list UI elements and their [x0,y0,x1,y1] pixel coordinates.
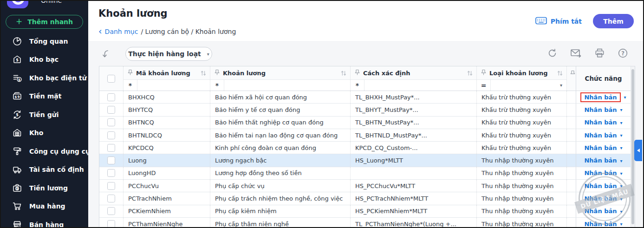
row-checkbox[interactable] [107,182,115,190]
print-icon[interactable] [594,48,605,59]
sidebar-item-overview[interactable]: Tổng quan [1,32,88,51]
row-action-duplicate[interactable]: Nhân bản▾ [576,104,631,116]
breadcrumb-link-danh-muc[interactable]: Danh mục [105,28,138,35]
pin-icon[interactable] [127,69,133,78]
row-checkbox[interactable] [107,144,115,152]
sidebar: Online + Thêm nhanh Tổng quan$Kho bạc$Kh… [1,1,88,227]
sidebar-item-tools[interactable]: Công cụ dụng cụ [1,142,88,161]
row-checkbox[interactable] [107,106,115,114]
sidebar-item-treasury[interactable]: $Kho bạc [1,51,88,69]
warehouse-icon [12,128,22,138]
chevron-down-icon[interactable]: ▾ [624,95,626,100]
cell-name: Phụ cấp kiêm nhiệm [210,205,351,217]
back-chevron-icon[interactable]: ‹ [98,28,102,34]
duplicate-link[interactable]: Nhân bản [584,169,617,176]
select-all-checkbox[interactable] [107,75,115,83]
move-down-icon[interactable] [100,48,111,61]
row-action-duplicate[interactable]: Nhân bản▾ [576,167,631,179]
chevron-down-icon[interactable]: ▾ [620,209,623,214]
row-checkbox[interactable] [107,118,115,126]
cell-formula: TL_BHYT_MustPay*... [351,104,477,116]
pin-icon[interactable] [214,69,220,78]
sidebar-item-payroll[interactable]: $Tiền lương [1,179,88,197]
chevron-down-icon[interactable]: ▾ [620,221,623,227]
duplicate-link[interactable]: Nhân bản [584,182,617,189]
chevron-down-icon[interactable]: ▾ [620,120,623,125]
duplicate-link[interactable]: Nhân bản [584,144,617,151]
batch-actions-dropdown[interactable]: Thực hiện hàng loạt ▾ [125,47,212,61]
row-action-duplicate[interactable]: Nhân bản▾ [576,129,631,141]
pin-icon[interactable] [481,69,487,78]
column-header-formula[interactable]: Cách xác định [351,66,477,80]
row-checkbox[interactable] [107,131,115,139]
app-window: Online + Thêm nhanh Tổng quan$Kho bạc$Kh… [0,0,644,228]
row-action-duplicate[interactable]: Nhân bản▾ [576,180,631,192]
chevron-down-icon[interactable]: ▾ [620,171,623,176]
row-action-duplicate[interactable]: Nhân bản▾ [576,91,631,103]
duplicate-link[interactable]: Nhân bản [584,221,617,228]
filter-type[interactable]: = ▾ [477,80,567,91]
chevron-down-icon[interactable]: ▾ [620,196,623,202]
sort-icon[interactable] [341,70,346,76]
sidebar-item-deposit[interactable]: $Tiền gửi [1,105,88,124]
sort-icon[interactable] [467,70,473,76]
filter-name[interactable]: * [210,80,351,91]
column-header-code[interactable]: Mã khoản lương [124,66,210,80]
duplicate-link[interactable]: Nhân bản [584,119,617,126]
chevron-down-icon[interactable]: ▾ [620,183,623,189]
sort-icon[interactable] [557,70,563,76]
sidebar-item-e-treasury[interactable]: $Kho bạc điện tử [1,69,88,87]
sidebar-item-fixed-asset[interactable]: Tài sản cố định [1,161,88,179]
row-action-duplicate[interactable]: Nhân bản▾ [576,154,631,166]
filter-code[interactable]: * [124,80,210,91]
row-checkbox[interactable] [107,195,115,202]
row-checkbox[interactable] [107,220,115,228]
duplicate-link[interactable]: Nhân bản [584,132,617,139]
chevron-down-icon[interactable]: ▾ [620,107,623,112]
duplicate-link[interactable]: Nhân bản [584,208,617,215]
help-icon[interactable]: ? [618,48,628,59]
sidebar-item-purchase[interactable]: Mua hàng [1,197,88,216]
row-checkbox[interactable] [107,93,115,101]
duplicate-link[interactable]: Nhân bản [584,157,617,164]
row-action-duplicate[interactable]: Nhân bản▾ [576,218,631,228]
chevron-down-icon[interactable]: ▾ [620,133,623,138]
e-treasury-icon: $ [12,73,22,83]
row-action-duplicate[interactable]: Nhân bản▾ [576,117,631,129]
sidebar-item-cash[interactable]: $9Tiền mặt [1,87,88,106]
collapse-panel-tab[interactable] [634,140,642,161]
app-logo[interactable] [7,1,28,8]
shortcut-button[interactable]: Phím tắt [535,17,582,26]
filter-formula[interactable]: * [351,80,477,91]
sidebar-item-sales[interactable]: Bán hàng [1,215,88,227]
cell-name: Phụ cấp chức vụ [210,180,351,192]
pin-icon[interactable] [354,69,360,78]
row-checkbox[interactable] [107,156,115,164]
table-row: LuongLương ngạch bậcHS_Luong*MLTTThu nhậ… [99,154,635,167]
refresh-icon[interactable] [547,48,558,59]
duplicate-link[interactable]: Nhân bản [584,106,617,113]
sidebar-item-label: Bán hàng [29,221,64,227]
row-action-duplicate[interactable]: Nhân bản▾ [576,192,631,204]
quick-add-button[interactable]: + Thêm nhanh [6,15,83,29]
sidebar-item-warehouse[interactable]: Kho [1,124,88,143]
chevron-down-icon[interactable]: ▾ [620,145,623,150]
cell-type: Thu nhập thường xuyên [477,218,567,228]
row-action-duplicate[interactable]: Nhân bản▾ [576,205,631,217]
row-checkbox-cell [99,91,124,103]
column-header-name[interactable]: Khoản lương [210,66,351,80]
row-checkbox-cell [99,142,124,154]
duplicate-link[interactable]: Nhân bản [584,195,617,202]
add-button[interactable]: Thêm [593,14,634,28]
send-mail-icon[interactable] [570,48,582,59]
chevron-down-icon[interactable]: ▾ [560,83,566,88]
table-row: KPCDCQKinh phí công đoàn cơ quan đóngKPC… [99,142,635,154]
column-header-type[interactable]: Loại khoản lương [477,66,567,80]
sort-icon[interactable] [201,70,206,76]
cell-formula: KPCD_CQ_Custom-... [351,142,477,154]
row-checkbox[interactable] [107,207,115,215]
chevron-down-icon[interactable]: ▾ [620,158,623,163]
row-checkbox[interactable] [107,169,115,177]
row-action-duplicate[interactable]: Nhân bản▾ [576,142,631,154]
duplicate-link[interactable]: Nhân bản [580,92,620,102]
